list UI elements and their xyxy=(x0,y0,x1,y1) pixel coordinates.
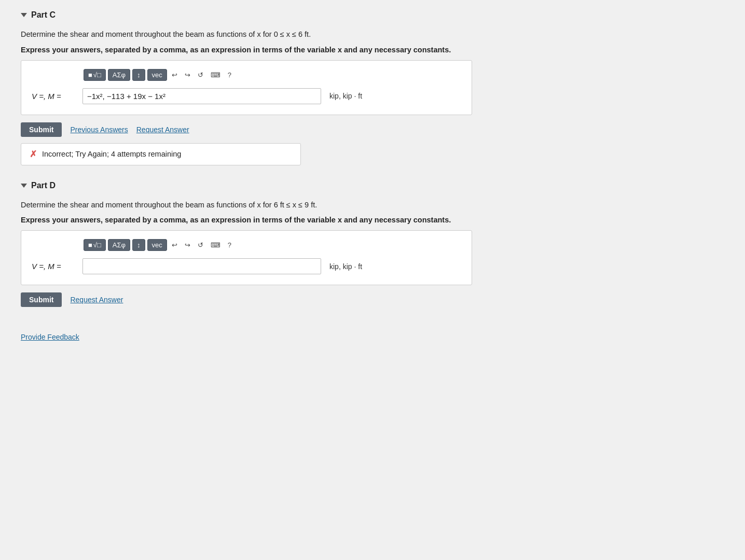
part-c-request-answer-button[interactable]: Request Answer xyxy=(136,125,189,134)
part-d-vec-btn[interactable]: vec xyxy=(147,239,167,251)
part-d-description1: Determine the shear and moment throughou… xyxy=(21,200,724,211)
part-d-answer-input[interactable] xyxy=(82,258,321,274)
part-c-sqrt-icon: √□ xyxy=(93,71,101,79)
part-d-sqrt-icon: √□ xyxy=(93,241,101,249)
part-c-matrix-btn[interactable]: ■ √□ xyxy=(84,69,106,81)
part-d-actions-row: Submit Request Answer xyxy=(21,292,724,307)
part-d-vec-label: vec xyxy=(152,241,162,249)
part-d-answer-box: ■ √□ ΑΣφ ↕ vec ↩ ↪ ↺ ⌨ ? V =, M = xyxy=(21,230,472,285)
part-c-description1: Determine the shear and moment throughou… xyxy=(21,29,724,40)
part-d-label: Part D xyxy=(31,181,56,190)
part-d-matrix-btn[interactable]: ■ √□ xyxy=(84,239,106,251)
part-c-vm-label: V =, M = xyxy=(32,92,78,101)
part-d-arrow-icon: ↕ xyxy=(137,241,141,249)
part-c-undo-icon[interactable]: ↩ xyxy=(169,70,180,80)
part-c-symbol-btn[interactable]: ΑΣφ xyxy=(108,69,130,81)
part-c-arrow-icon: ↕ xyxy=(137,71,141,79)
part-d-arrow-btn[interactable]: ↕ xyxy=(132,239,145,251)
part-c-help-icon[interactable]: ? xyxy=(225,70,234,80)
part-c-previous-answers-button[interactable]: Previous Answers xyxy=(70,125,128,134)
page-container: Part C Determine the shear and moment th… xyxy=(0,0,745,560)
part-c-chevron-icon[interactable] xyxy=(21,13,27,17)
part-d-help-icon[interactable]: ? xyxy=(225,240,234,250)
part-d-request-answer-button[interactable]: Request Answer xyxy=(70,296,123,304)
part-d-keyboard-icon[interactable]: ⌨ xyxy=(208,240,223,250)
part-d-vm-label: V =, M = xyxy=(32,262,78,271)
part-c-section: Part C Determine the shear and moment th… xyxy=(21,10,724,165)
part-d-units: kip, kip · ft xyxy=(329,262,362,271)
part-c-redo-icon[interactable]: ↪ xyxy=(182,70,193,80)
part-c-vec-label: vec xyxy=(152,71,162,79)
part-d-symbol-label: ΑΣφ xyxy=(113,241,126,249)
part-d-symbol-btn[interactable]: ΑΣφ xyxy=(108,239,130,251)
part-c-answer-box: ■ √□ ΑΣφ ↕ vec ↩ ↪ ↺ ⌨ ? V =, M = xyxy=(21,60,472,115)
part-c-toolbar: ■ √□ ΑΣφ ↕ vec ↩ ↪ ↺ ⌨ ? xyxy=(84,69,461,81)
part-c-feedback-text: Incorrect; Try Again; 4 attempts remaini… xyxy=(42,150,181,158)
part-d-chevron-icon[interactable] xyxy=(21,184,27,188)
provide-feedback-button[interactable]: Provide Feedback xyxy=(21,333,79,341)
part-c-units: kip, kip · ft xyxy=(329,92,362,100)
part-d-description2: Express your answers, separated by a com… xyxy=(21,215,724,226)
part-c-vec-btn[interactable]: vec xyxy=(147,69,167,81)
part-d-section: Part D Determine the shear and moment th… xyxy=(21,181,724,307)
part-c-description2: Express your answers, separated by a com… xyxy=(21,45,724,56)
part-d-refresh-icon[interactable]: ↺ xyxy=(195,240,206,250)
part-c-input-row: V =, M = kip, kip · ft xyxy=(32,88,461,104)
part-d-undo-icon[interactable]: ↩ xyxy=(169,240,180,250)
provide-feedback-container: Provide Feedback xyxy=(21,323,724,341)
part-c-label: Part C xyxy=(31,10,56,20)
part-d-input-row: V =, M = kip, kip · ft xyxy=(32,258,461,274)
part-c-symbol-label: ΑΣφ xyxy=(113,71,126,79)
part-c-keyboard-icon[interactable]: ⌨ xyxy=(208,70,223,80)
part-c-submit-button[interactable]: Submit xyxy=(21,122,62,137)
part-c-incorrect-icon: ✗ xyxy=(30,149,37,160)
part-d-redo-icon[interactable]: ↪ xyxy=(182,240,193,250)
part-d-toolbar: ■ √□ ΑΣφ ↕ vec ↩ ↪ ↺ ⌨ ? xyxy=(84,239,461,251)
part-c-header: Part C xyxy=(21,10,724,20)
part-c-refresh-icon[interactable]: ↺ xyxy=(195,70,206,80)
part-d-matrix-icon: ■ xyxy=(88,241,92,249)
part-c-feedback-box: ✗ Incorrect; Try Again; 4 attempts remai… xyxy=(21,143,301,165)
part-c-matrix-icon: ■ xyxy=(88,71,92,79)
part-c-arrow-btn[interactable]: ↕ xyxy=(132,69,145,81)
part-c-answer-input[interactable] xyxy=(82,88,321,104)
part-d-header: Part D xyxy=(21,181,724,190)
part-d-submit-button[interactable]: Submit xyxy=(21,292,62,307)
part-c-actions-row: Submit Previous Answers Request Answer xyxy=(21,122,724,137)
